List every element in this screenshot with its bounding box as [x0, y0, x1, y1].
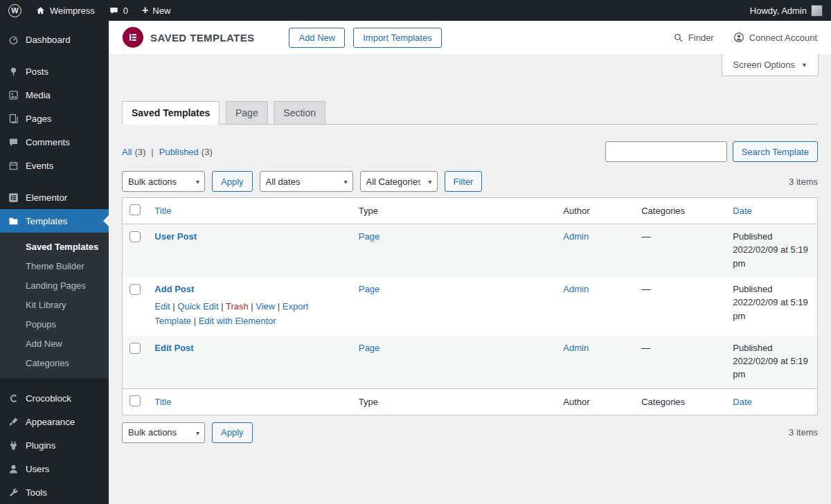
items-count: 3 items	[789, 177, 818, 187]
admin-bar-right: Howdy, Admin	[750, 0, 823, 21]
sidebar-item-plugins[interactable]: Plugins	[0, 433, 109, 457]
new-content-link[interactable]: + New	[142, 5, 170, 16]
filter-published-link[interactable]: Published	[159, 147, 199, 157]
search-icon	[673, 33, 683, 43]
row-checkbox[interactable]	[129, 284, 141, 295]
divider: |	[151, 147, 153, 157]
sidebar-item-dashboard[interactable]: Dashboard	[0, 28, 109, 51]
search-box: Search Template	[605, 141, 818, 162]
column-title-sort[interactable]: Title	[154, 206, 171, 216]
chevron-down-icon: ▼	[801, 62, 807, 69]
categories-filter-select[interactable]: All Categories	[360, 171, 438, 192]
wordpress-logo-icon: W	[8, 4, 21, 17]
sidebar: Dashboard Posts Media Pages Comments	[0, 21, 109, 504]
import-templates-button[interactable]: Import Templates	[353, 28, 441, 48]
sidebar-item-crocoblock[interactable]: Crocoblock	[0, 386, 109, 410]
sidebar-item-posts[interactable]: Posts	[0, 60, 109, 83]
sidebar-item-appearance[interactable]: Appearance	[0, 410, 109, 433]
submenu-item-landing-pages[interactable]: Landing Pages	[0, 276, 109, 295]
table-row: User Post Page Admin — Published 2022/02…	[123, 224, 818, 278]
template-title-link[interactable]: Add Post	[154, 284, 194, 294]
author-link[interactable]: Admin	[563, 343, 589, 353]
categories-value: —	[641, 231, 650, 242]
submenu-item-kit-library[interactable]: Kit Library	[0, 295, 109, 314]
column-date-sort[interactable]: Date	[733, 397, 751, 407]
published-count: (3)	[202, 147, 213, 157]
submenu-item-saved-templates[interactable]: Saved Templates	[0, 237, 109, 256]
publish-status: Published	[733, 343, 810, 353]
elementor-logo-icon	[123, 27, 143, 48]
apply-button[interactable]: Apply	[212, 171, 253, 192]
type-link[interactable]: Page	[359, 343, 379, 353]
search-template-button[interactable]: Search Template	[733, 141, 818, 162]
sidebar-item-tools[interactable]: Tools	[0, 480, 109, 504]
user-circle-icon	[733, 32, 744, 43]
menu-separator	[0, 51, 109, 60]
new-label: New	[152, 6, 170, 16]
connect-account-link[interactable]: Connect Account	[733, 32, 817, 43]
template-title-link[interactable]: User Post	[154, 231, 197, 242]
row-checkbox[interactable]	[129, 231, 141, 242]
submenu-item-categories[interactable]: Categories	[0, 353, 109, 372]
bulk-actions-select[interactable]: Bulk actions	[122, 171, 205, 192]
sidebar-item-label: Posts	[26, 66, 48, 77]
sidebar-item-users[interactable]: Users	[0, 457, 109, 480]
sidebar-item-comments[interactable]: Comments	[0, 130, 109, 154]
type-link[interactable]: Page	[359, 284, 379, 294]
apply-button-bottom[interactable]: Apply	[212, 422, 253, 443]
author-link[interactable]: Admin	[563, 231, 589, 242]
screen-options-toggle[interactable]: Screen Options ▼	[722, 54, 819, 76]
wrench-icon	[7, 486, 19, 498]
tab-page[interactable]: Page	[226, 101, 268, 125]
plugin-icon	[7, 439, 19, 451]
sidebar-item-events[interactable]: Events	[0, 154, 109, 177]
quick-edit-action-link[interactable]: Quick Edit	[177, 301, 218, 312]
column-title-sort[interactable]: Title	[154, 397, 171, 407]
all-count: (3)	[134, 147, 145, 157]
template-title-link[interactable]: Edit Post	[154, 343, 193, 353]
submenu-item-theme-builder[interactable]: Theme Builder	[0, 256, 109, 276]
sidebar-item-label: Events	[26, 161, 53, 171]
sidebar-item-label: Dashboard	[26, 35, 71, 45]
search-input[interactable]	[605, 141, 727, 162]
column-date-sort[interactable]: Date	[733, 206, 751, 216]
comments-admin-bar-link[interactable]: 0	[109, 6, 128, 16]
view-action-link[interactable]: View	[256, 301, 275, 312]
wordpress-logo-menu[interactable]: W	[8, 4, 21, 17]
publish-date: 2022/02/09 at 5:19 pm	[733, 243, 810, 270]
edit-action-link[interactable]: Edit	[154, 301, 170, 312]
type-link[interactable]: Page	[359, 231, 379, 242]
howdy-account-link[interactable]: Howdy, Admin	[750, 5, 823, 17]
finder-link[interactable]: Finder	[673, 33, 714, 43]
connect-account-label: Connect Account	[749, 33, 817, 43]
tab-section[interactable]: Section	[274, 101, 325, 125]
filter-all-link[interactable]: All	[122, 147, 132, 157]
select-all-checkbox[interactable]	[129, 204, 141, 215]
home-icon	[35, 6, 46, 16]
trash-action-link[interactable]: Trash	[226, 301, 249, 312]
sidebar-item-templates[interactable]: Templates	[0, 209, 109, 233]
table-row: Edit Post Page Admin — Published 2022/02…	[123, 336, 818, 389]
edit-with-elementor-action-link[interactable]: Edit with Elementor	[199, 316, 276, 326]
sidebar-item-pages[interactable]: Pages	[0, 107, 109, 130]
submenu-item-add-new[interactable]: Add New	[0, 334, 109, 353]
submenu-item-popups[interactable]: Popups	[0, 314, 109, 334]
row-checkbox[interactable]	[129, 343, 141, 354]
sidebar-item-label: Tools	[26, 487, 47, 498]
page-title: SAVED TEMPLATES	[150, 32, 254, 44]
finder-label: Finder	[688, 33, 714, 43]
tab-saved-templates[interactable]: Saved Templates	[122, 101, 220, 125]
author-link[interactable]: Admin	[563, 284, 589, 294]
sidebar-item-elementor[interactable]: Elementor	[0, 186, 109, 209]
bulk-actions-select-bottom[interactable]: Bulk actions	[122, 422, 205, 443]
filter-button[interactable]: Filter	[445, 171, 483, 192]
site-name-link[interactable]: Weimpress	[35, 6, 95, 16]
dates-filter-select[interactable]: All dates	[260, 171, 353, 192]
sidebar-item-media[interactable]: Media	[0, 83, 109, 107]
column-categories: Categories	[634, 198, 726, 224]
sidebar-item-label: Appearance	[26, 417, 75, 427]
add-new-button[interactable]: Add New	[289, 28, 345, 48]
select-all-checkbox[interactable]	[129, 395, 141, 406]
pushpin-icon	[7, 65, 19, 78]
categories-value: —	[641, 284, 650, 294]
